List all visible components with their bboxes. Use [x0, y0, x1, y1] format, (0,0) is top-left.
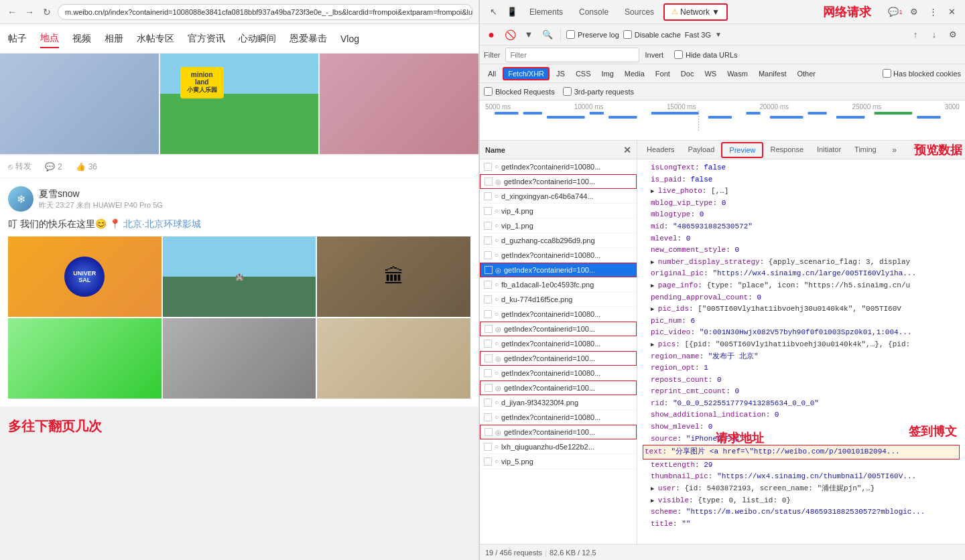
blocked-requests-checkbox[interactable]	[484, 87, 493, 96]
request-item-20[interactable]: ○ vip_5.png	[480, 454, 637, 469]
stop-button[interactable]: 🚫	[503, 27, 517, 42]
request-item-10[interactable]: ○ getIndex?containerid=10080...	[480, 307, 637, 322]
repost-action[interactable]: ⎋ 转发	[8, 161, 31, 172]
tab-response[interactable]: Response	[763, 143, 810, 157]
filter-tab-js[interactable]: JS	[552, 68, 569, 79]
nav-item-视频[interactable]: 视频	[72, 30, 91, 48]
tab-payload[interactable]: Payload	[682, 143, 722, 157]
req-checkbox-3[interactable]	[484, 207, 492, 215]
json-preview[interactable]: isLongText: false is_paid: false live_ph…	[637, 159, 965, 544]
search-icon[interactable]: 🔍	[540, 27, 555, 42]
request-item-16[interactable]: ○ d_jiyan-9f343230f4.png	[480, 395, 637, 410]
photo-3[interactable]	[320, 54, 478, 154]
close-details-button[interactable]: ✕	[623, 145, 631, 155]
post-location[interactable]: 📍	[109, 218, 123, 229]
request-item-2[interactable]: ○ d_xingxingyan-c64b6a744...	[480, 189, 637, 204]
tab-timing[interactable]: Timing	[848, 143, 883, 157]
preserve-log-label[interactable]: Preserve log	[566, 30, 619, 39]
details-more-button[interactable]: »	[888, 143, 901, 157]
post-photo-5[interactable]	[163, 318, 316, 399]
request-item-0[interactable]: ○ getIndex?containerid=10080...	[480, 159, 637, 174]
has-blocked-checkbox[interactable]	[883, 69, 891, 78]
request-item-12[interactable]: ○ getIndex?containerid=10080...	[480, 336, 637, 351]
nav-item-帖子[interactable]: 帖子	[8, 30, 27, 48]
post-photo-6[interactable]	[317, 318, 470, 399]
location-text[interactable]: 北京·北京环球影城	[123, 218, 201, 229]
request-item-7[interactable]: ◎ getIndex?containerid=100...	[480, 263, 637, 277]
filter-tab-wasm[interactable]: Wasm	[723, 68, 752, 79]
post-photo-4[interactable]	[8, 318, 162, 399]
req-checkbox-11[interactable]	[485, 325, 493, 333]
nav-item-相册[interactable]: 相册	[105, 30, 123, 48]
req-checkbox-12[interactable]	[484, 340, 492, 348]
post-photo-3[interactable]: 🏛	[317, 236, 470, 317]
tab-preview[interactable]: Preview	[721, 142, 763, 158]
req-checkbox-19[interactable]	[484, 443, 492, 451]
tab-console[interactable]: Console	[572, 5, 615, 19]
settings-icon[interactable]: ⚙	[906, 4, 922, 20]
blocked-requests-label[interactable]: Blocked Requests	[484, 87, 555, 96]
mobile-icon[interactable]: 📱	[504, 4, 520, 20]
req-checkbox-14[interactable]	[484, 369, 492, 377]
filter-tab-css[interactable]: CSS	[572, 68, 595, 79]
chat-icon[interactable]: 💬1	[887, 4, 903, 20]
filter-tab-doc[interactable]: Doc	[677, 68, 698, 79]
req-checkbox-6[interactable]	[484, 251, 492, 259]
cursor-icon[interactable]: ↖	[485, 4, 501, 20]
like-action[interactable]: 👍 36	[76, 162, 97, 171]
preserve-log-checkbox[interactable]	[566, 30, 575, 39]
request-item-11[interactable]: ◎ getIndex?containerid=100...	[480, 322, 637, 336]
filter-tab-all[interactable]: All	[484, 68, 500, 79]
tab-headers[interactable]: Headers	[640, 143, 682, 157]
settings-network-icon[interactable]: ⚙	[945, 27, 961, 43]
req-checkbox-7[interactable]	[485, 266, 493, 274]
username[interactable]: 夏雪snow	[39, 188, 470, 200]
request-items[interactable]: ○ getIndex?containerid=10080... ◎ getInd…	[480, 159, 637, 544]
request-item-5[interactable]: ○ d_guzhang-cca8b296d9.png	[480, 233, 637, 248]
req-checkbox-9[interactable]	[484, 295, 492, 303]
request-item-19[interactable]: ○ lxh_qiuguanzhu-d5e122b2...	[480, 439, 637, 454]
tab-elements[interactable]: Elements	[523, 5, 570, 19]
req-checkbox-10[interactable]	[484, 310, 492, 318]
nav-item-水帖专区[interactable]: 水帖专区	[137, 30, 174, 48]
req-checkbox-5[interactable]	[484, 236, 492, 244]
more-icon[interactable]: ⋮	[925, 4, 941, 20]
refresh-button[interactable]: ↻	[40, 5, 54, 19]
request-item-6[interactable]: ○ getIndex?containerid=10080...	[480, 248, 637, 263]
filter-tab-img[interactable]: Img	[598, 68, 618, 79]
req-checkbox-1[interactable]	[485, 178, 493, 186]
record-button[interactable]: ●	[484, 27, 499, 42]
filter-tab-fetchxhr[interactable]: Fetch/XHR	[503, 67, 550, 80]
filter-text-input[interactable]	[505, 48, 639, 62]
request-item-9[interactable]: ○ d_ku-774d16f5ce.png	[480, 292, 637, 307]
request-item-3[interactable]: ○ vip_4.png	[480, 204, 637, 218]
import-icon[interactable]: ↑	[907, 27, 923, 43]
req-checkbox-15[interactable]	[485, 384, 493, 392]
filter-tab-media[interactable]: Media	[621, 68, 649, 79]
close-devtools-button[interactable]: ✕	[944, 4, 960, 20]
request-item-1[interactable]: ◎ getIndex?containerid=100...	[480, 174, 637, 189]
url-bar[interactable]: m.weibo.cn/p/index?containerid=1008088e3…	[58, 4, 473, 20]
request-item-15[interactable]: ◎ getIndex?containerid=100...	[480, 380, 637, 395]
nav-item-心动瞬间[interactable]: 心动瞬间	[239, 30, 276, 48]
post-photo-2[interactable]: 🏰	[163, 236, 316, 317]
request-item-13[interactable]: ◎ getIndex?containerid=100...	[480, 351, 637, 366]
filter-tab-other[interactable]: Other	[793, 68, 820, 79]
nav-item-官方资讯[interactable]: 官方资讯	[188, 30, 225, 48]
request-item-17[interactable]: ○ getIndex?containerid=10080...	[480, 410, 637, 425]
export-icon[interactable]: ↓	[926, 27, 942, 43]
back-button[interactable]: ←	[5, 5, 19, 19]
req-checkbox-17[interactable]	[484, 413, 492, 421]
filter-icon[interactable]: ▼	[521, 27, 536, 42]
avatar[interactable]: ❄	[8, 186, 34, 212]
json-line-page_info[interactable]: page_info: {type: "place", icon: "https:…	[643, 280, 960, 292]
tab-sources[interactable]: Sources	[618, 5, 661, 19]
req-checkbox-2[interactable]	[484, 192, 492, 200]
nav-item-Vlog[interactable]: Vlog	[340, 31, 359, 47]
tab-network[interactable]: ⚠ Network ▼	[663, 3, 728, 21]
hide-urls-label[interactable]: Hide data URLs	[674, 50, 738, 59]
filter-tab-manifest[interactable]: Manifest	[755, 68, 791, 79]
json-line-user[interactable]: user: {id: 5403872193, screen_name: "浦佳妮…	[643, 483, 960, 495]
req-checkbox-0[interactable]	[484, 163, 492, 171]
request-item-8[interactable]: ○ fb_a1dacall-1e0c4593fc.png	[480, 277, 637, 292]
